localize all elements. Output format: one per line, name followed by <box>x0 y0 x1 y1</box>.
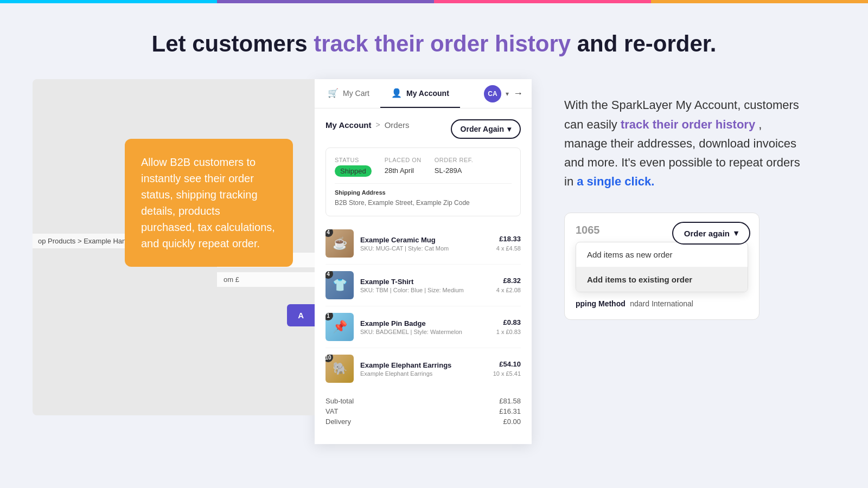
cart-tab-label: My Cart <box>343 89 369 98</box>
tooltip-text: Allow B2B customers to instantly see the… <box>141 154 277 252</box>
product-name: Example Pin Badge <box>360 319 490 328</box>
order-again-label: Order Again <box>461 125 504 133</box>
total-label: Delivery <box>326 418 351 426</box>
shipping-address-label: Shipping Address <box>335 189 512 196</box>
product-total: £54.10 <box>493 360 521 368</box>
product-info: Example Elephant Earrings Example Elepha… <box>360 361 487 377</box>
product-line: 1 📌 Example Pin Badge SKU: BADGEMEL | St… <box>326 306 521 348</box>
order-card: Status Shipped Placed on 28th April Orde… <box>326 147 521 216</box>
order-ref-value: SL-289A <box>435 166 462 175</box>
heading-suffix: and re-order. <box>577 31 717 56</box>
product-per-unit: 4 x £4.58 <box>496 245 521 252</box>
product-total: £8.32 <box>496 277 521 285</box>
right-highlight-blue: a single click. <box>577 175 654 188</box>
breadcrumb-separator: > <box>375 120 380 129</box>
center-panel: 🛒 My Cart 👤 My Account CA ▾ → <box>315 79 532 444</box>
widget-shipping: pping Method ndard International <box>576 299 748 309</box>
quantity-badge: 4 <box>326 229 333 237</box>
order-again-widget: 1065 Order again ▾ Add items as new orde… <box>564 213 760 320</box>
cart-icon: 🛒 <box>328 88 339 98</box>
shipping-address-value: B2B Store, Example Street, Example Zip C… <box>335 199 470 207</box>
breadcrumb: My Account > Orders <box>326 120 409 130</box>
total-row: Delivery £0.00 <box>326 416 521 427</box>
total-row: Sub-total £81.58 <box>326 396 521 406</box>
order-ref-col: Order Ref. SL-289A <box>435 157 474 177</box>
order-dropdown-menu: Add items as new orderAdd items to exist… <box>576 242 748 292</box>
status-badge: Shipped <box>335 165 372 177</box>
totals-section: Sub-total £81.58 VAT £16.31 Delivery £0.… <box>326 389 521 433</box>
tab-my-account[interactable]: 👤 My Account <box>380 79 460 108</box>
product-price: £8.32 4 x £2.08 <box>496 277 521 294</box>
product-per-unit: 10 x £5.41 <box>493 370 521 377</box>
avatar[interactable]: CA <box>484 85 501 102</box>
shipping-section: Shipping Address B2B Store, Example Stre… <box>335 183 512 207</box>
product-per-unit: 4 x £2.08 <box>496 287 521 293</box>
product-price: £18.33 4 x £4.58 <box>496 235 521 253</box>
product-sku: Example Elephant Earrings <box>360 370 487 377</box>
widget-btn-label: Order again <box>684 229 730 238</box>
order-placed-col: Placed on 28th April <box>385 157 422 177</box>
product-per-unit: 1 x £0.83 <box>496 329 521 335</box>
product-info: Example Pin Badge SKU: BADGEMEL | Style:… <box>360 319 490 335</box>
page-background: Let customers track their order history … <box>0 3 868 488</box>
page-heading: Let customers track their order history … <box>0 30 868 57</box>
total-label: VAT <box>326 407 338 415</box>
total-value: £16.31 <box>499 407 521 415</box>
total-label: Sub-total <box>326 397 354 405</box>
tooltip-box: Allow B2B customers to instantly see the… <box>125 139 293 267</box>
product-thumbnail: 10 🐘 <box>326 355 354 383</box>
right-panel: With the SparkLayer My Account, customer… <box>532 79 835 336</box>
order-ref-label: Order Ref. <box>435 157 474 163</box>
widget-chevron-icon: ▾ <box>734 228 738 238</box>
widget-order-again-button[interactable]: Order again ▾ <box>672 222 750 245</box>
main-content: Allow B2B customers to instantly see the… <box>0 79 868 444</box>
product-info: Example T-Shirt SKU: TBM | Color: Blue |… <box>360 278 490 293</box>
dropdown-item[interactable]: Add items to existing order <box>576 267 748 292</box>
placed-on-value: 28th April <box>385 166 414 175</box>
product-icon: 👕 <box>333 278 347 292</box>
product-line: 4 ☕ Example Ceramic Mug SKU: MUG-CAT | S… <box>326 223 521 265</box>
product-name: Example Ceramic Mug <box>360 236 490 244</box>
account-icon: 👤 <box>391 88 402 98</box>
product-icon: 🐘 <box>333 362 347 376</box>
account-tab-label: My Account <box>406 89 449 98</box>
breadcrumb-home[interactable]: My Account <box>326 120 371 130</box>
order-status-col: Status Shipped <box>335 157 372 177</box>
product-line: 10 🐘 Example Elephant Earrings Example E… <box>326 348 521 389</box>
status-label: Status <box>335 157 372 163</box>
product-strip-2: om £ <box>217 272 315 287</box>
account-body: My Account > Orders Order Again ▾ Status <box>315 108 532 444</box>
product-total: £18.33 <box>496 235 521 243</box>
product-icon: 📌 <box>333 320 347 334</box>
product-thumbnail: 4 ☕ <box>326 229 354 258</box>
product-sku: SKU: MUG-CAT | Style: Cat Mom <box>360 245 490 252</box>
heading-section: Let customers track their order history … <box>0 3 868 79</box>
product-total: £0.83 <box>496 318 521 326</box>
quantity-badge: 1 <box>326 313 333 320</box>
product-info: Example Ceramic Mug SKU: MUG-CAT | Style… <box>360 236 490 252</box>
product-name: Example Elephant Earrings <box>360 361 487 369</box>
order-again-button[interactable]: Order Again ▾ <box>451 119 521 139</box>
total-value: £0.00 <box>503 418 521 426</box>
product-name: Example T-Shirt <box>360 278 490 286</box>
widget-shipping-label: pping Method <box>576 299 626 308</box>
heading-highlight: track their order history <box>314 31 571 56</box>
dropdown-item[interactable]: Add items as new order <box>576 242 748 267</box>
nav-bar: 🛒 My Cart 👤 My Account CA ▾ → <box>315 79 532 108</box>
quantity-badge: 4 <box>326 271 333 279</box>
order-header: Status Shipped Placed on 28th April Orde… <box>335 157 512 177</box>
product-icon: ☕ <box>333 236 347 251</box>
product-price: £54.10 10 x £5.41 <box>493 360 521 378</box>
total-row: VAT £16.31 <box>326 406 521 416</box>
chevron-down-icon: ▾ <box>506 90 509 98</box>
breadcrumb-current: Orders <box>385 120 410 130</box>
nav-right: CA ▾ → <box>484 85 529 102</box>
avatar-text: CA <box>488 90 497 98</box>
tab-my-cart[interactable]: 🛒 My Cart <box>317 79 380 108</box>
order-again-chevron: ▾ <box>507 125 511 133</box>
add-to-cart-button[interactable]: A <box>287 304 315 326</box>
quantity-badge: 10 <box>326 355 333 362</box>
arrow-right-icon[interactable]: → <box>513 88 523 99</box>
product-thumbnail: 4 👕 <box>326 271 354 299</box>
right-description: With the SparkLayer My Account, customer… <box>564 95 803 191</box>
